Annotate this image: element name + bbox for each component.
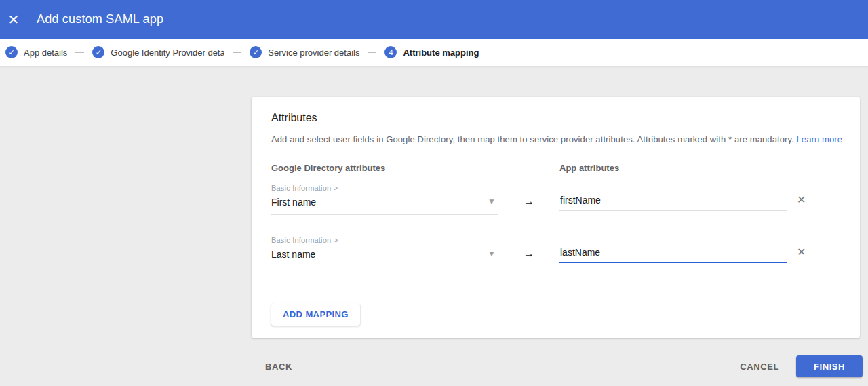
mapping-rows: Basic Information > First name ▼ → ✕ Bas… [271,184,860,267]
directory-attribute-select[interactable]: Basic Information > First name ▼ [271,184,498,215]
attribute-mapping-card: Attributes Add and select user fields in… [252,97,860,338]
check-icon: ✓ [96,49,102,56]
app-attribute-input[interactable] [559,195,787,211]
select-value: Last name [271,249,498,260]
step-number-badge: 4 [384,46,397,58]
app-attribute-field-wrap [559,236,787,263]
remove-mapping-icon[interactable]: ✕ [797,236,806,258]
step-label: App details [24,47,67,58]
select-category-label: Basic Information > [271,184,498,192]
select-category-label: Basic Information > [271,236,498,244]
step-complete-icon: ✓ [92,46,104,58]
dropdown-arrow-icon: ▼ [488,197,496,206]
step-separator [75,52,84,53]
section-title: Attributes [271,112,860,124]
select-value: First name [271,197,498,208]
step-attribute-mapping[interactable]: 4 Attribute mapping [384,46,479,58]
step-google-idp-details[interactable]: ✓ Google Identity Provider details [92,46,224,58]
footer-right-actions: CANCEL FINISH [740,355,863,377]
step-number: 4 [389,49,393,56]
dialog-title: Add custom SAML app [37,12,163,26]
back-button[interactable]: BACK [265,362,292,372]
app-attribute-field-wrap [559,184,787,211]
remove-mapping-icon[interactable]: ✕ [797,184,806,206]
step-label: Service provider details [268,47,359,58]
directory-attribute-select[interactable]: Basic Information > Last name ▼ [271,236,498,267]
step-separator [368,52,376,53]
arrow-right-icon: → [498,236,559,260]
add-mapping-button[interactable]: ADD MAPPING [271,303,360,326]
app-attribute-input[interactable] [559,247,787,263]
section-description: Add and select user fields in Google Dir… [271,134,860,144]
mapping-row: Basic Information > Last name ▼ → ✕ [271,236,860,267]
dialog-header: ✕ Add custom SAML app [0,0,868,39]
check-icon: ✓ [253,49,259,56]
step-separator [233,52,241,53]
mapping-row: Basic Information > First name ▼ → ✕ [271,184,860,215]
dropdown-arrow-icon: ▼ [488,250,496,258]
check-icon: ✓ [8,49,14,56]
cancel-button[interactable]: CANCEL [740,362,779,372]
close-icon[interactable]: ✕ [1,13,26,26]
learn-more-link[interactable]: Learn more [797,134,842,144]
step-complete-icon: ✓ [250,46,262,58]
column-headers: Google Directory attributes App attribut… [271,163,860,173]
step-service-provider-details[interactable]: ✓ Service provider details [250,46,359,58]
dialog-footer: BACK CANCEL FINISH [0,355,868,377]
step-complete-icon: ✓ [5,46,18,58]
google-directory-attributes-header: Google Directory attributes [271,163,559,173]
description-text: Add and select user fields in Google Dir… [271,134,794,144]
app-attributes-header: App attributes [559,163,619,173]
arrow-right-icon: → [498,184,559,208]
wizard-stepper: ✓ App details ✓ Google Identity Provider… [0,39,868,66]
step-label: Attribute mapping [403,47,479,58]
step-app-details[interactable]: ✓ App details [5,46,67,58]
step-label: Google Identity Provider details [111,47,224,58]
finish-button[interactable]: FINISH [796,355,863,377]
